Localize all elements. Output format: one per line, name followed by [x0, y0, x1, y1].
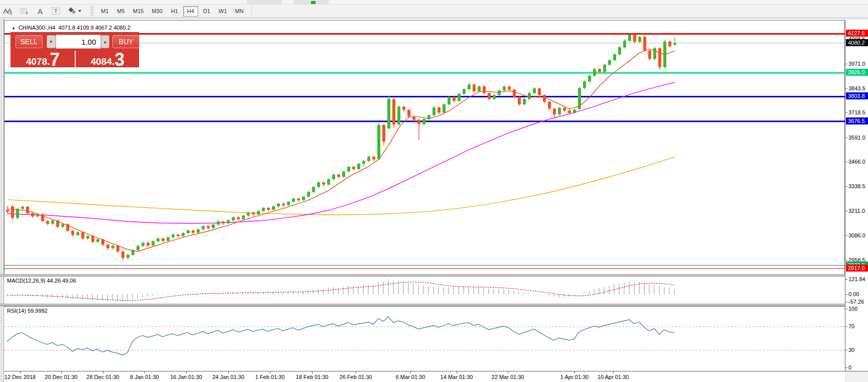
- candle-body: [207, 226, 210, 228]
- candle-body: [523, 99, 526, 104]
- candle-body: [257, 211, 260, 214]
- level-price-label: 4127.6: [846, 30, 868, 37]
- candle-body: [96, 239, 99, 242]
- time-axis[interactable]: 12 Dec 201820 Dec 01:3028 Dec 01:308 Jan…: [4, 371, 845, 382]
- candle-body: [648, 50, 651, 59]
- macd-pane[interactable]: MACD(12,26,9) 44.26 49.06: [4, 277, 845, 304]
- candle-body: [31, 213, 34, 216]
- elliott-wave-tool-button[interactable]: E: [1, 6, 16, 17]
- shapes-tool-button[interactable]: [65, 6, 85, 17]
- candle-body: [227, 220, 230, 223]
- clipped-green-icon: [311, 1, 316, 5]
- time-tick-label: 18 Feb 01:30: [296, 374, 329, 380]
- price-axis[interactable]: 4098.53971.03843.53718.53591.03466.03338…: [845, 20, 868, 371]
- timeframe-mn-button[interactable]: MN: [231, 6, 247, 17]
- price-tick-label: 3843.5: [848, 85, 868, 92]
- candle-body: [513, 90, 516, 97]
- level-price-label: 3803.8: [846, 92, 868, 99]
- candle-body: [332, 175, 335, 179]
- candle-body: [382, 125, 385, 142]
- candle-body: [262, 208, 265, 211]
- candle-body: [402, 106, 405, 109]
- price-tick-label: 3338.5: [848, 183, 868, 190]
- buy-price-display[interactable]: 4084. 3: [76, 51, 139, 68]
- buy-button[interactable]: BUY: [112, 35, 139, 48]
- candle-body: [377, 125, 380, 159]
- volume-input[interactable]: [56, 35, 101, 49]
- sell-price-display[interactable]: 4078. 7: [11, 51, 76, 68]
- candle-body: [658, 48, 661, 67]
- price-tick-mark: [845, 235, 847, 236]
- time-tick-mark: [574, 371, 575, 373]
- timeframe-w1-button[interactable]: W1: [215, 6, 231, 17]
- candle-body: [277, 204, 280, 206]
- ma-fast-line: [8, 49, 675, 251]
- candle-body: [668, 42, 671, 46]
- level-price-label: 2917.0: [846, 265, 868, 272]
- timeframe-m5-button[interactable]: M5: [113, 6, 128, 17]
- candle-body: [392, 99, 395, 124]
- main-chart-pane[interactable]: ▲ CHINA300-,H4 4071.8 4109.9 4067.2 4080…: [4, 20, 845, 274]
- volume-increase-button[interactable]: ▲: [101, 35, 110, 48]
- candle-body: [182, 233, 185, 236]
- candle-body: [322, 182, 325, 185]
- candle-body: [488, 93, 491, 99]
- time-tick-mark: [457, 371, 457, 373]
- rsi-tick-label: 0: [848, 364, 868, 371]
- candle-body: [312, 187, 315, 192]
- candle-body: [282, 204, 285, 205]
- candle-body: [533, 88, 536, 93]
- candle-body: [618, 47, 621, 54]
- candle-body: [212, 224, 215, 228]
- chart-title: ▲ CHINA300-,H4 4071.8 4109.9 4067.2 4080…: [12, 25, 130, 31]
- candle-body: [518, 97, 521, 104]
- time-tick-label: 26 Feb 01:30: [340, 374, 372, 380]
- candle-body: [362, 161, 365, 164]
- candle-body: [232, 217, 235, 220]
- candle-body: [162, 238, 165, 241]
- candle-body: [593, 69, 596, 76]
- timeframe-group: M1M5M15M30H1H4D1W1MN: [97, 6, 247, 17]
- timeframe-m15-button[interactable]: M15: [129, 6, 147, 17]
- rsi-canvas[interactable]: [4, 307, 845, 371]
- candle-body: [46, 221, 49, 223]
- candle-body: [448, 97, 451, 104]
- toolbar-separator: [251, 6, 252, 17]
- rsi-tick-label: 100: [848, 306, 868, 312]
- candle-body: [468, 84, 471, 89]
- candle-body: [458, 94, 461, 101]
- candle-body: [538, 88, 541, 95]
- time-tick-mark: [356, 371, 356, 373]
- timeframe-m30-button[interactable]: M30: [148, 6, 166, 17]
- candle-body: [167, 237, 170, 241]
- collapse-chart-icon[interactable]: ▲: [12, 26, 16, 30]
- chart-left-border: [0, 19, 4, 382]
- sell-price-main: 4078.: [26, 56, 50, 67]
- sell-button[interactable]: SELL: [16, 35, 43, 48]
- time-tick-label: 24 Jan 01:30: [212, 374, 244, 380]
- candle-body: [503, 86, 506, 90]
- candle-body: [152, 241, 155, 245]
- text-label-tool-button[interactable]: T: [49, 6, 64, 17]
- candle-body: [598, 69, 601, 72]
- rsi-pane[interactable]: RSI(14) 59.9992: [4, 306, 845, 371]
- candle-body: [297, 199, 300, 200]
- time-tick-label: 8 Jan 01:30: [130, 374, 159, 380]
- timeframe-m1-button[interactable]: M1: [97, 6, 112, 17]
- candle-body: [111, 245, 114, 248]
- fibonacci-tool-button[interactable]: F: [17, 6, 32, 17]
- candle-body: [247, 212, 250, 215]
- timeframe-h1-button[interactable]: H1: [167, 6, 182, 17]
- volume-decrease-button[interactable]: ▼: [47, 35, 56, 48]
- timeframe-d1-button[interactable]: D1: [199, 6, 214, 17]
- arrow-text-tool-button[interactable]: A: [33, 6, 48, 17]
- timeframe-h4-button[interactable]: H4: [183, 6, 198, 17]
- candle-body: [141, 243, 144, 246]
- candle-body: [483, 86, 486, 93]
- candle-body: [126, 255, 129, 258]
- macd-canvas[interactable]: [4, 277, 845, 304]
- candle-body: [76, 232, 79, 235]
- toolbar-grip[interactable]: [90, 6, 94, 16]
- candle-body: [307, 192, 310, 196]
- time-tick-mark: [508, 371, 508, 373]
